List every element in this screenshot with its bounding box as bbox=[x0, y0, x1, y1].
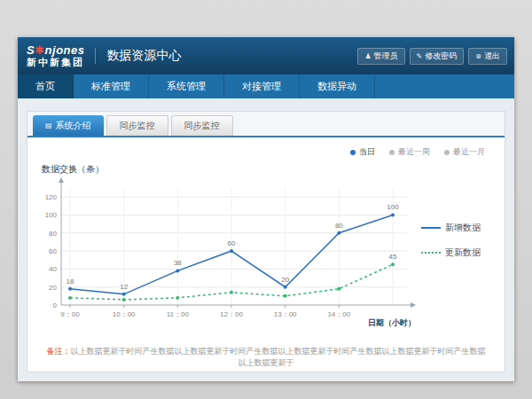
header-actions: ♟ 管理员 ✎ 修改密码 ⊗ 退出 bbox=[357, 48, 507, 65]
filter-last-week[interactable]: 最近一周 bbox=[389, 146, 430, 158]
svg-text:100: 100 bbox=[45, 211, 58, 219]
solid-line-icon bbox=[421, 227, 441, 229]
dot-icon bbox=[389, 150, 395, 155]
svg-text:60: 60 bbox=[49, 247, 57, 255]
svg-text:40: 40 bbox=[49, 265, 57, 273]
logo-star-icon: ✱ bbox=[35, 43, 44, 57]
legend-new-data[interactable]: 新增数据 bbox=[421, 222, 481, 234]
svg-text:13：00: 13：00 bbox=[274, 310, 297, 318]
tab-sync-monitor-1[interactable]: 同步监控 bbox=[106, 115, 168, 136]
svg-text:45: 45 bbox=[389, 253, 397, 261]
line-chart: 0204060801001209：0010：0011：0012：0013：001… bbox=[35, 176, 418, 328]
change-password-button[interactable]: ✎ 修改密码 bbox=[410, 48, 465, 65]
power-icon: ⊗ bbox=[475, 52, 481, 60]
tab-strip: ▤ 系统介绍 同步监控 同步监控 bbox=[27, 112, 505, 137]
list-icon: ▤ bbox=[45, 121, 52, 129]
filter-last-month[interactable]: 最近一月 bbox=[444, 146, 485, 158]
legend-updated-data[interactable]: 更新数据 bbox=[421, 246, 481, 259]
main-panel: ▤ 系统介绍 同步监控 同步监控 当日 最近一周 bbox=[27, 111, 505, 372]
content-area: ▤ 系统介绍 同步监控 同步监控 当日 最近一周 bbox=[18, 98, 514, 381]
main-nav: 首页 标准管理 系统管理 对接管理 数据异动 bbox=[18, 74, 514, 98]
svg-text:80: 80 bbox=[49, 230, 57, 238]
dot-icon bbox=[350, 150, 356, 155]
svg-text:日期（小时）: 日期（小时） bbox=[368, 318, 416, 327]
page-title: 数据资源中心 bbox=[95, 48, 181, 64]
svg-text:12：00: 12：00 bbox=[220, 310, 243, 318]
admin-user-button[interactable]: ♟ 管理员 bbox=[357, 48, 404, 65]
svg-text:20: 20 bbox=[49, 284, 57, 292]
company-logo: S✱njones 新中新集团 bbox=[27, 44, 84, 67]
chart-region: 0204060801001209：0010：0011：0012：0013：001… bbox=[27, 176, 505, 328]
dashed-line-icon bbox=[421, 252, 441, 254]
svg-text:14：00: 14：00 bbox=[327, 310, 350, 318]
footnote: 备注：以上数据更新于时间产生数据以上数据更新于时间产生数据以上数据更新于时间产生… bbox=[27, 346, 505, 369]
user-icon: ♟ bbox=[364, 52, 371, 60]
nav-item-interface-mgmt[interactable]: 对接管理 bbox=[224, 74, 300, 98]
svg-text:20: 20 bbox=[281, 276, 289, 284]
nav-item-standard-mgmt[interactable]: 标准管理 bbox=[74, 74, 149, 98]
footnote-prefix: 备注： bbox=[47, 347, 71, 356]
svg-text:18: 18 bbox=[66, 278, 74, 286]
svg-text:9：00: 9：00 bbox=[60, 310, 80, 318]
chart-y-axis-title: 数据交换（条） bbox=[42, 163, 505, 176]
logo-subtitle: 新中新集团 bbox=[27, 57, 84, 67]
dot-icon bbox=[444, 150, 450, 155]
nav-item-system-mgmt[interactable]: 系统管理 bbox=[149, 74, 224, 98]
svg-text:10：00: 10：00 bbox=[113, 310, 136, 318]
tab-sync-monitor-2[interactable]: 同步监控 bbox=[171, 115, 233, 136]
tab-system-intro[interactable]: ▤ 系统介绍 bbox=[33, 115, 104, 136]
svg-text:120: 120 bbox=[45, 193, 58, 201]
svg-text:60: 60 bbox=[228, 239, 236, 247]
time-filter-legend: 当日 最近一周 最近一月 bbox=[27, 146, 485, 158]
filter-today[interactable]: 当日 bbox=[350, 146, 375, 158]
series-legend: 新增数据 更新数据 bbox=[421, 222, 481, 259]
app-window: S✱njones 新中新集团 数据资源中心 ♟ 管理员 ✎ 修改密码 ⊗ 退出 … bbox=[18, 37, 514, 381]
header-bar: S✱njones 新中新集团 数据资源中心 ♟ 管理员 ✎ 修改密码 ⊗ 退出 bbox=[18, 37, 514, 74]
svg-text:0: 0 bbox=[53, 301, 58, 309]
svg-text:38: 38 bbox=[174, 259, 182, 267]
nav-item-data-change[interactable]: 数据异动 bbox=[300, 74, 375, 98]
edit-icon: ✎ bbox=[417, 52, 423, 60]
logo-wordmark: S✱njones bbox=[27, 44, 84, 57]
svg-text:80: 80 bbox=[335, 222, 343, 230]
logout-button[interactable]: ⊗ 退出 bbox=[468, 48, 507, 65]
svg-text:12: 12 bbox=[120, 283, 128, 291]
svg-text:100: 100 bbox=[387, 203, 399, 211]
nav-item-home[interactable]: 首页 bbox=[18, 74, 74, 98]
svg-text:11：00: 11：00 bbox=[167, 310, 190, 318]
